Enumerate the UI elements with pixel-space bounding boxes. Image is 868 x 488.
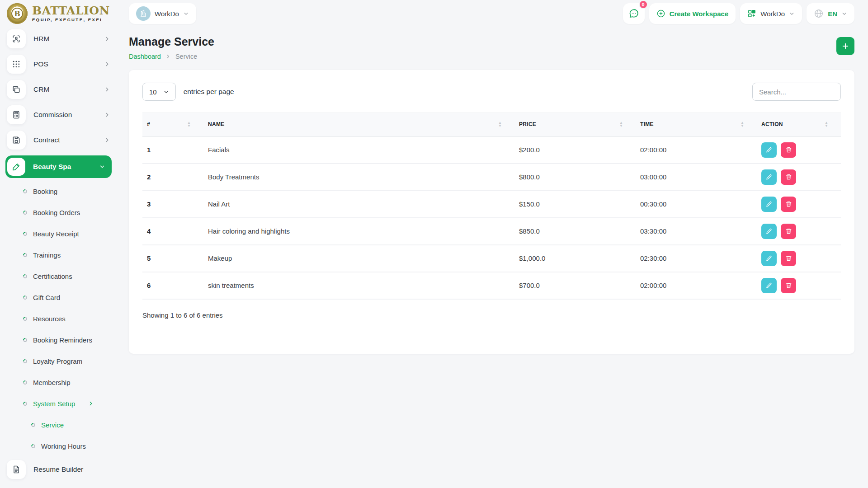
breadcrumb-current: Service bbox=[175, 53, 197, 60]
entries-per-page-label: entries per page bbox=[184, 88, 234, 96]
edit-button[interactable] bbox=[761, 142, 777, 158]
sidebar-item-contract[interactable]: Contract bbox=[7, 130, 110, 150]
sort-icon[interactable]: ▲▼ bbox=[619, 121, 623, 127]
subitem-label: Membership bbox=[33, 379, 71, 386]
column-header-price[interactable]: PRICE▲▼ bbox=[514, 113, 636, 136]
subitem-label: System Setup bbox=[33, 400, 75, 408]
service-time: 00:30:00 bbox=[636, 191, 757, 218]
edit-button[interactable] bbox=[761, 169, 777, 185]
globe-icon bbox=[814, 9, 824, 19]
trash-icon bbox=[785, 282, 792, 289]
column-header-name[interactable]: NAME▲▼ bbox=[203, 113, 514, 136]
sidebar-item-label: CRM bbox=[33, 85, 49, 94]
create-workspace-label: Create Workspace bbox=[670, 10, 729, 18]
pencil-icon bbox=[766, 228, 773, 235]
grid-plus-icon bbox=[747, 9, 756, 18]
breadcrumb-dashboard-link[interactable]: Dashboard bbox=[129, 53, 161, 60]
sort-icon[interactable]: ▲▼ bbox=[741, 121, 744, 127]
subitem-label: Booking Reminders bbox=[33, 336, 92, 344]
entries-per-page-value: 10 bbox=[149, 88, 157, 96]
delete-button[interactable] bbox=[781, 169, 796, 185]
service-name: skin treatments bbox=[203, 272, 514, 299]
delete-button[interactable] bbox=[781, 278, 796, 293]
pencil-icon bbox=[766, 146, 773, 153]
brand-monogram: B bbox=[11, 8, 23, 19]
bullet-icon bbox=[22, 380, 28, 385]
sidebar-item-hrm[interactable]: HRM bbox=[7, 29, 110, 49]
sidebar-subitem-beauty-receipt[interactable]: Beauty Receipt bbox=[23, 226, 110, 241]
sidebar-subitem-certifications[interactable]: Certifications bbox=[23, 268, 110, 284]
brand-name: BATTALION bbox=[32, 5, 110, 16]
delete-button[interactable] bbox=[781, 197, 796, 212]
bullet-icon bbox=[30, 422, 36, 428]
table-row: 2 Body Treatments $800.0 03:00:00 bbox=[142, 164, 841, 191]
app-menu-button[interactable]: WorkDo bbox=[740, 3, 802, 24]
sidebar-item-commission[interactable]: Commission bbox=[7, 105, 110, 125]
sidebar-item-crm[interactable]: CRM bbox=[7, 80, 110, 99]
service-name: Nail Art bbox=[203, 191, 514, 218]
service-price: $200.0 bbox=[514, 136, 636, 164]
bullet-icon bbox=[22, 252, 28, 258]
sidebar-subitem-working-hours[interactable]: Working Hours bbox=[31, 438, 110, 454]
edit-button[interactable] bbox=[761, 224, 777, 239]
subitem-label: Certifications bbox=[33, 272, 72, 280]
sort-icon[interactable]: ▲▼ bbox=[825, 121, 828, 127]
row-index: 3 bbox=[142, 191, 203, 218]
sidebar-subitem-loyalty-program[interactable]: Loyalty Program bbox=[23, 353, 110, 369]
subitem-label: Loyalty Program bbox=[33, 357, 82, 365]
delete-button[interactable] bbox=[781, 224, 796, 239]
pencil-icon bbox=[766, 201, 773, 207]
edit-button[interactable] bbox=[761, 197, 777, 212]
workspace-switcher[interactable]: WorkDo bbox=[129, 3, 196, 24]
delete-button[interactable] bbox=[781, 251, 796, 266]
subitem-label: Beauty Receipt bbox=[33, 230, 79, 238]
edit-button[interactable] bbox=[761, 278, 777, 293]
topbar-right: 0 Create Workspace WorkDo bbox=[623, 3, 854, 24]
trash-icon bbox=[785, 201, 792, 207]
sidebar-subitem-booking-reminders[interactable]: Booking Reminders bbox=[23, 332, 110, 347]
bullet-icon bbox=[22, 337, 28, 343]
language-selector[interactable]: EN bbox=[807, 3, 854, 24]
commission-icon bbox=[7, 105, 26, 124]
column-header-time[interactable]: TIME▲▼ bbox=[636, 113, 757, 136]
sidebar-subitem-service[interactable]: Service bbox=[31, 417, 110, 432]
subitem-label: Trainings bbox=[33, 251, 61, 259]
sidebar-item-label: Beauty Spa bbox=[33, 163, 71, 171]
sort-icon[interactable]: ▲▼ bbox=[498, 121, 502, 127]
chevron-right-icon bbox=[88, 400, 94, 407]
brand-logo[interactable]: B BATTALION EQUIP, EXECUTE, EXEL bbox=[7, 3, 118, 24]
sidebar-subitem-booking-orders[interactable]: Booking Orders bbox=[23, 205, 110, 220]
sidebar-item-pos[interactable]: POS bbox=[7, 54, 110, 74]
sidebar-subitem-trainings[interactable]: Trainings bbox=[23, 247, 110, 263]
delete-button[interactable] bbox=[781, 142, 796, 158]
service-price: $800.0 bbox=[514, 164, 636, 191]
sidebar-item-beauty-spa[interactable]: Beauty Spa bbox=[5, 155, 112, 178]
sidebar-item-resume-builder[interactable]: Resume Builder bbox=[7, 460, 110, 479]
trash-icon bbox=[785, 255, 792, 262]
add-service-button[interactable] bbox=[836, 37, 854, 55]
service-name: Body Treatments bbox=[203, 164, 514, 191]
column-header-action[interactable]: ACTION▲▼ bbox=[757, 113, 841, 136]
chevron-right-icon bbox=[104, 86, 110, 93]
bullet-icon bbox=[30, 443, 36, 449]
sidebar-subitem-membership[interactable]: Membership bbox=[23, 375, 110, 390]
create-workspace-button[interactable]: Create Workspace bbox=[649, 3, 736, 24]
sidebar-item-label: Contract bbox=[33, 136, 60, 144]
edit-button[interactable] bbox=[761, 251, 777, 266]
document-icon bbox=[7, 460, 26, 479]
plus-circle-icon bbox=[656, 9, 665, 18]
chevron-down-icon bbox=[789, 11, 795, 17]
sidebar-subitem-resources[interactable]: Resources bbox=[23, 311, 110, 326]
sidebar-subitem-booking[interactable]: Booking bbox=[23, 183, 110, 199]
column-header-index[interactable]: #▲▼ bbox=[142, 113, 203, 136]
search-input[interactable] bbox=[752, 83, 841, 101]
contract-icon bbox=[7, 131, 26, 150]
messages-button[interactable]: 0 bbox=[623, 3, 645, 24]
entries-per-page-select[interactable]: 10 bbox=[142, 83, 176, 101]
sidebar-subitem-gift-card[interactable]: Gift Card bbox=[23, 290, 110, 305]
table-row: 6 skin treatments $700.0 02:00:00 bbox=[142, 272, 841, 299]
bullet-icon bbox=[22, 273, 28, 279]
bullet-icon bbox=[22, 358, 28, 364]
sort-icon[interactable]: ▲▼ bbox=[187, 121, 191, 127]
sidebar-subitem-system-setup[interactable]: System Setup bbox=[23, 396, 110, 411]
